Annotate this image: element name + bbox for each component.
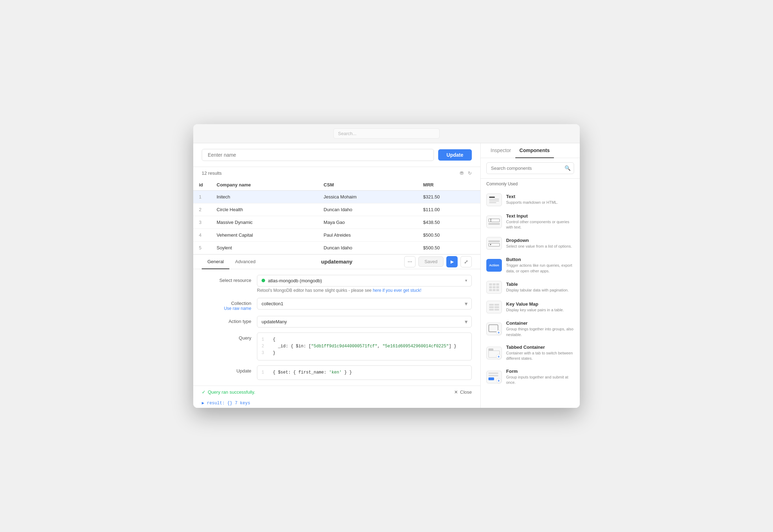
table-row[interactable]: 3 Massive Dynamic Maya Gao $438.50 [193,216,480,229]
component-item[interactable]: Key Value Map Display key value pairs in… [481,297,580,317]
saved-button[interactable]: Saved [418,256,443,267]
query-editor-label: Query [202,332,251,341]
component-desc: Group things together into groups, also … [506,326,574,337]
cell-company: Soylent [211,241,318,254]
status-bar: ✓ Query ran successfully. ✕ Close [193,386,480,398]
col-company: Company name [211,179,318,191]
mongo-dot [262,279,265,282]
component-icon-keyvalue [486,301,502,313]
search-input[interactable] [486,162,574,174]
tab-components[interactable]: Components [515,143,554,158]
action-type-select[interactable]: updateMany [257,316,472,328]
query-editor-row: Query 1 { 2 _id: { $in: ["5db1ff9d1c9d44… [202,332,472,361]
cell-csm: Paul Atreides [318,229,417,241]
update-editor-label: Update [202,365,251,374]
cell-csm: Duncan Idaho [318,203,417,216]
query-editor[interactable]: 1 { 2 _id: { $in: ["5db1ff9d1c9d44000057… [257,332,472,361]
action-type-label: Action type [202,316,251,324]
action-type-content: updateMany [257,316,472,328]
component-info: Container Group things together into gro… [506,320,574,337]
component-info: Tabbed Container Container with a tab to… [506,345,574,362]
component-item[interactable]: + Tabbed Container Container with a tab … [481,341,580,365]
cell-id: 2 [193,203,211,216]
cell-id: 1 [193,190,211,203]
table-row[interactable]: 5 Soylent Duncan Idaho $500.50 [193,241,480,254]
collection-select[interactable]: collection1 [257,298,472,310]
query-editor-content: 1 { 2 _id: { $in: ["5db1ff9d1c9d44000057… [257,332,472,361]
update-editor-row: Update 1 { $set: { first_name: 'ken' } } [202,365,472,380]
component-desc: Display key value pairs in a table. [506,307,574,313]
action-type-row: Action type updateMany [202,316,472,328]
tab-advanced[interactable]: Advanced [229,255,261,269]
component-info: Table Display tabular data with paginati… [506,282,574,293]
component-item[interactable]: I Text Input Control other components or… [481,210,580,234]
table-row[interactable]: 4 Vehement Capital Paul Atreides $500.50 [193,229,480,241]
component-info: Key Value Map Display key value pairs in… [506,301,574,313]
expand-button[interactable]: ⤢ [460,256,472,267]
col-id: id [193,179,211,191]
component-desc: Supports markdown or HTML. [506,200,574,205]
tab-general[interactable]: General [202,255,229,269]
update-editor[interactable]: 1 { $set: { first_name: 'ken' } } [257,365,472,380]
component-item[interactable]: Action Button Trigger actions like run q… [481,253,580,277]
query-name: updatemany [321,259,352,265]
component-item[interactable]: + Container Group things together into g… [481,317,580,341]
cell-mrr: $438.50 [418,216,480,229]
left-panel: Update 12 results ⛃ ↻ id Company name [193,143,481,408]
component-icon-input: I [486,215,502,228]
tab-inspector[interactable]: Inspector [486,143,515,158]
search-box: 🔍 [481,158,580,179]
col-mrr: MRR [418,179,480,191]
results-count: 12 results [202,170,222,176]
cell-company: Massive Dynamic [211,216,318,229]
component-name: Table [506,282,574,287]
refresh-icon[interactable]: ↻ [468,170,472,176]
filter-icon[interactable]: ⛃ [460,170,464,176]
component-icon-form: + [486,371,502,383]
more-options-button[interactable]: ··· [404,256,416,267]
resource-text: atlas-mongodb (mongodb) [268,278,462,283]
component-name: Dropdown [506,238,574,243]
component-icon-tabbed: + [486,347,502,359]
component-info: Form Group inputs together and submit at… [506,369,574,386]
use-raw-name-link[interactable]: Use raw name [224,306,251,311]
component-item[interactable]: Table Display tabular data with paginati… [481,277,580,297]
cell-id: 3 [193,216,211,229]
title-search-input[interactable] [333,128,440,139]
component-icon-dropdown: ▾ [486,237,502,250]
name-input[interactable] [202,149,434,161]
code-line-2: 2 _id: { $in: ["5db1ff9d1c9d440000571fcf… [262,343,467,350]
run-button[interactable] [446,256,458,267]
resource-row: Select resource atlas-mongodb (mongodb) … [202,275,472,293]
component-name: Tabbed Container [506,345,574,350]
query-config: Select resource atlas-mongodb (mongodb) … [193,269,480,386]
component-desc: Control other components or queries with… [506,219,574,230]
result-line: ▶ result: {} 7 keys [193,398,480,408]
table-row[interactable]: 2 Circle Health Duncan Idaho $111.00 [193,203,480,216]
search-input-wrapper: 🔍 [486,162,574,174]
close-button[interactable]: ✕ Close [454,389,472,395]
resource-label: Select resource [202,275,251,283]
resource-content: atlas-mongodb (mongodb) ▾ Retool's Mongo… [257,275,472,293]
query-header: Update [193,143,480,167]
data-table-container: id Company name CSM MRR 1 Initech Jessic… [193,179,480,255]
component-info: Dropdown Select one value from a list of… [506,238,574,249]
cell-csm: Maya Gao [318,216,417,229]
component-desc: Select one value from a list of options. [506,244,574,249]
hint-link[interactable]: here if you ever get stuck! [373,288,421,293]
table-row[interactable]: 1 Initech Jessica Mohaim $321.50 [193,190,480,203]
right-tabs: Inspector Components [481,143,580,158]
cell-csm: Duncan Idaho [318,241,417,254]
cell-mrr: $111.00 [418,203,480,216]
component-item[interactable]: + Form Group inputs together and submit … [481,365,580,389]
update-line-1: 1 { $set: { first_name: 'ken' } } [262,369,467,376]
update-button[interactable]: Update [438,149,472,161]
cell-id: 4 [193,229,211,241]
resource-select[interactable]: atlas-mongodb (mongodb) ▾ [257,275,472,287]
check-icon: ✓ [202,389,206,395]
component-name: Form [506,369,574,374]
cell-csm: Jessica Mohaim [318,190,417,203]
component-item[interactable]: Text Supports markdown or HTML. [481,190,580,210]
collection-select-wrapper: collection1 [257,298,472,310]
component-item[interactable]: ▾ Dropdown Select one value from a list … [481,233,580,253]
